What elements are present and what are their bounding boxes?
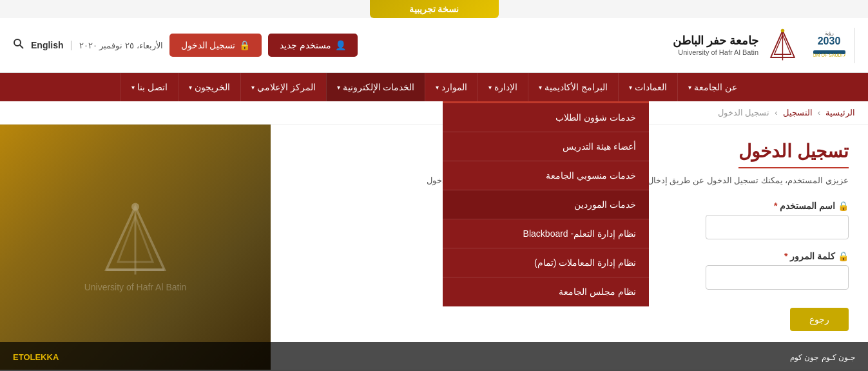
page-main: تسجيل الدخول عزيزي المستخدم، يمكنك تسجيل… [0,125,868,370]
breadcrumb-separator2: › [775,108,777,117]
chevron-down-icon: ▾ [629,84,632,91]
chevron-down-icon: ▾ [488,84,492,91]
university-logo-icon [765,28,800,63]
trial-banner: نسخة تجريبية [370,0,499,18]
nav-item-about[interactable]: عن الجامعة ▾ [677,73,747,101]
svg-line-8 [20,45,23,48]
watermark-bar: جـون كـوم جون كوم ETOLEKKA [0,342,868,370]
vision-year: 2030 [813,36,845,46]
nav-item-academic[interactable]: البرامج الأكاديمية ▾ [528,73,618,101]
nav-item-deanships[interactable]: العمادات ▾ [618,73,677,101]
eservices-dropdown: خدمات شؤون الطلاب أعضاء هيئة التدريس خدم… [443,101,649,306]
dropdown-item-blackboard[interactable]: نظام إدارة التعلم- Blackboard [443,219,649,248]
lock-icon: 🔒 [239,40,250,50]
required-mark2: * [784,251,787,261]
header-right: رؤية 2030 KINGDOM OF SAUDI ARABIA جامعة … [673,28,855,63]
chevron-down-icon: ▾ [337,84,340,91]
hero-university-logo-icon [97,202,174,279]
logo-english: University of Hafr Al Batin [678,48,758,56]
breadcrumb-separator: › [818,108,820,117]
hero-logo: University of Hafr Al Batin [84,202,187,292]
breadcrumb-home[interactable]: الرئيسية [825,108,855,117]
lock-icon: 🔒 [838,201,849,211]
password-input[interactable] [706,265,849,290]
required-mark: * [774,201,777,211]
login-button[interactable]: 🔒 تسجيل الدخول [169,34,262,57]
nav-item-eservices[interactable]: الخدمات الإلكترونية ▾ [326,73,425,101]
chevron-down-icon: ▾ [539,84,542,91]
chevron-down-icon: ▾ [251,84,255,91]
page-title: تسجيل الدخول [738,141,849,168]
user-icon: 👤 [335,40,346,50]
search-button[interactable] [13,38,24,52]
nav-bar: عن الجامعة ▾ العمادات ▾ البرامج الأكاديم… [0,73,868,101]
watermark-brand: ETOLEKKA [13,351,59,363]
watermark-right: جـون كـوم جون كوم [790,351,855,363]
breadcrumb-register[interactable]: التسجيل [783,108,813,117]
nav-item-media[interactable]: المركز الإعلامي ▾ [240,73,326,101]
vision-logo: رؤية 2030 KINGDOM OF SAUDI ARABIA [810,28,855,63]
username-input-wrapper [706,215,849,239]
header-date: الأربعاء، ٢٥ نوفمبر ٢٠٢٠ [79,41,163,50]
hero-area: University of Hafr Al Batin [0,125,271,370]
password-input-wrapper [706,265,849,290]
dropdown-item-student-affairs[interactable]: خدمات شؤون الطلاب [443,103,649,132]
dropdown-item-council[interactable]: نظام مجلس الجامعة [443,277,649,306]
chevron-down-icon: ▾ [131,84,135,91]
svg-point-12 [131,203,139,211]
breadcrumb: الرئيسية › التسجيل › تسجيل الدخول [0,101,868,125]
breadcrumb-current: تسجيل الدخول [718,108,770,117]
back-button[interactable]: رجوع [790,308,849,331]
nav-item-resources[interactable]: الموارد ▾ [425,73,477,101]
chevron-down-icon: ▾ [189,84,192,91]
header-left: 👤 مستخدم جديد 🔒 تسجيل الدخول الأربعاء، ٢… [13,34,358,57]
dropdown-item-staff-services[interactable]: خدمات منسوبي الجامعة [443,161,649,190]
dropdown-item-faculty[interactable]: أعضاء هيئة التدريس [443,132,649,161]
brand-logo: ETOLEKKA [13,352,59,362]
watermark-text-right: جـون كـوم [822,353,855,362]
svg-text:KINGDOM OF SAUDI ARABIA: KINGDOM OF SAUDI ARABIA [813,53,845,57]
new-user-button[interactable]: 👤 مستخدم جديد [268,34,358,57]
search-icon [13,38,24,50]
vision-emblem-icon: KINGDOM OF SAUDI ARABIA [813,46,845,58]
logo-area: جامعة حفر الباطن University of Hafr Al B… [673,28,800,63]
nav-item-graduates[interactable]: الخريجون ▾ [178,73,240,101]
language-button[interactable]: English [31,40,64,50]
logo-arabic: جامعة حفر الباطن [673,34,758,48]
svg-point-7 [14,39,21,46]
content-area: الرئيسية › التسجيل › تسجيل الدخول تسجيل … [0,101,868,370]
header: رؤية 2030 KINGDOM OF SAUDI ARABIA جامعة … [0,18,868,73]
nav-item-contact[interactable]: اتصل بنا ▾ [121,73,178,101]
hero-logo-text: University of Hafr Al Batin [84,282,187,292]
chevron-down-icon: ▾ [436,84,439,91]
svg-point-5 [781,28,785,32]
chevron-down-icon: ▾ [688,84,691,91]
dropdown-item-tamam[interactable]: نظام إدارة المعاملات (تمام) [443,248,649,277]
username-input[interactable] [706,215,849,239]
dropdown-item-suppliers[interactable]: خدمات الموردين [443,190,649,219]
logo-text-area: جامعة حفر الباطن University of Hafr Al B… [673,34,758,56]
lock-icon: 🔒 [838,251,849,261]
nav-item-admin[interactable]: الإدارة ▾ [477,73,528,101]
